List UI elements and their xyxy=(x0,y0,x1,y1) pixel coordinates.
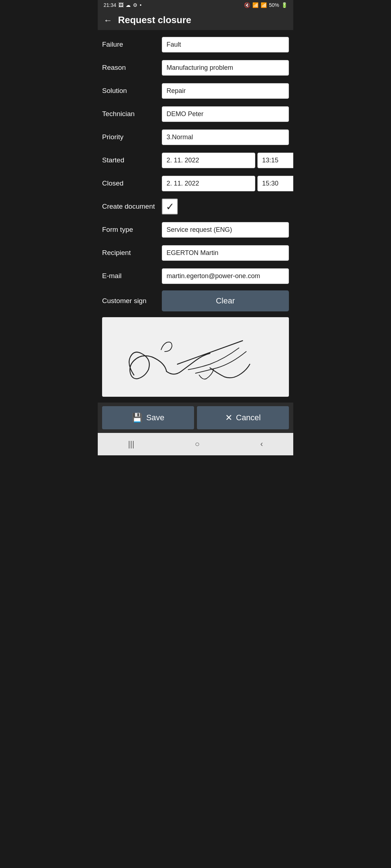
closed-time-input[interactable] xyxy=(257,176,293,191)
clear-button[interactable]: Clear xyxy=(162,290,289,311)
priority-input[interactable] xyxy=(162,129,289,145)
started-inputs xyxy=(162,153,293,168)
status-left: 21:34 🖼 ☁ ⚙ • xyxy=(104,2,142,8)
priority-row: Priority xyxy=(98,125,293,149)
signal-icon: 📶 xyxy=(261,2,267,8)
failure-input[interactable] xyxy=(162,37,289,52)
save-label: Save xyxy=(146,413,164,422)
solution-row: Solution xyxy=(98,79,293,102)
solution-input[interactable] xyxy=(162,83,289,99)
closed-inputs xyxy=(162,176,293,191)
nav-home-button[interactable]: ○ xyxy=(186,438,208,450)
customer-sign-label: Customer sign xyxy=(102,297,162,305)
technician-row: Technician xyxy=(98,102,293,125)
save-button[interactable]: 💾 Save xyxy=(102,406,194,429)
settings-icon: ⚙ xyxy=(133,2,138,8)
status-bar: 21:34 🖼 ☁ ⚙ • 🔇 📶 📶 50% 🔋 xyxy=(98,0,293,10)
closed-label: Closed xyxy=(102,179,162,187)
status-right: 🔇 📶 📶 50% 🔋 xyxy=(244,2,287,8)
email-row: E-mail xyxy=(98,264,293,288)
header: ← Request closure xyxy=(98,10,293,30)
recipient-input[interactable] xyxy=(162,245,289,261)
reason-input[interactable] xyxy=(162,60,289,76)
cloud-icon: ☁ xyxy=(126,2,131,8)
form-type-label: Form type xyxy=(102,226,162,234)
closed-date-input[interactable] xyxy=(162,176,255,191)
started-time-input[interactable] xyxy=(257,153,293,168)
form-type-input[interactable] xyxy=(162,222,289,238)
reason-label: Reason xyxy=(102,64,162,72)
reason-row: Reason xyxy=(98,56,293,79)
save-icon: 💾 xyxy=(132,413,143,423)
battery-icon: 🔋 xyxy=(281,2,287,8)
technician-label: Technician xyxy=(102,110,162,118)
closed-row: Closed xyxy=(98,172,293,195)
started-date-input[interactable] xyxy=(162,153,255,168)
nav-back-button[interactable]: ‹ xyxy=(252,438,272,450)
create-document-row: Create document ✓ xyxy=(98,195,293,218)
create-document-checkbox[interactable]: ✓ xyxy=(162,199,178,214)
back-button[interactable]: ← xyxy=(104,15,112,25)
form-type-row: Form type xyxy=(98,218,293,241)
recipient-label: Recipient xyxy=(102,249,162,257)
nav-menu-button[interactable]: ||| xyxy=(119,438,143,450)
wifi-icon: 📶 xyxy=(252,2,258,8)
status-time: 21:34 xyxy=(104,2,116,8)
recipient-row: Recipient xyxy=(98,241,293,264)
create-document-label: Create document xyxy=(102,203,162,210)
failure-label: Failure xyxy=(102,41,162,48)
email-input[interactable] xyxy=(162,268,289,284)
started-row: Started xyxy=(98,149,293,172)
dot-indicator: • xyxy=(140,2,142,8)
technician-input[interactable] xyxy=(162,106,289,122)
signature-area[interactable] xyxy=(102,317,289,397)
page-title: Request closure xyxy=(118,14,191,26)
nav-bar: ||| ○ ‹ xyxy=(98,433,293,455)
photo-icon: 🖼 xyxy=(118,2,123,8)
email-label: E-mail xyxy=(102,272,162,280)
customer-sign-row: Customer sign Clear xyxy=(98,288,293,314)
cancel-button[interactable]: ✕ Cancel xyxy=(197,406,289,429)
checkmark-icon: ✓ xyxy=(166,201,174,213)
started-label: Started xyxy=(102,156,162,164)
bottom-buttons: 💾 Save ✕ Cancel xyxy=(98,403,293,433)
mute-icon: 🔇 xyxy=(244,2,250,8)
priority-label: Priority xyxy=(102,133,162,141)
battery-percent: 50% xyxy=(269,2,279,8)
form-area: Failure Reason Solution Technician Prior… xyxy=(98,30,293,403)
cancel-icon: ✕ xyxy=(225,413,232,423)
signature-svg xyxy=(102,317,289,397)
cancel-label: Cancel xyxy=(236,413,261,422)
failure-row: Failure xyxy=(98,33,293,56)
solution-label: Solution xyxy=(102,87,162,95)
